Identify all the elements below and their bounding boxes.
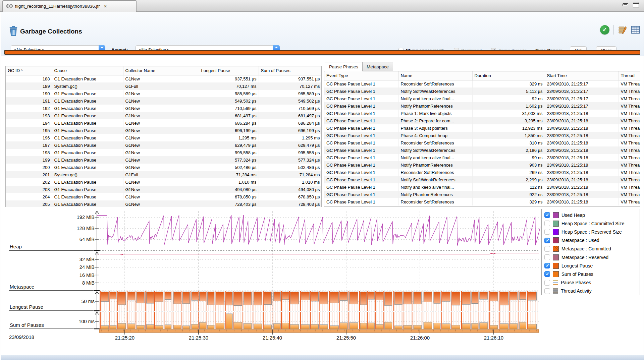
table-row[interactable]: GC Phase Pause Level 1Reconsider SoftRef…	[324, 80, 640, 87]
maximize-button[interactable]	[633, 2, 639, 7]
table-row[interactable]: 195G1 Evacuation PauseG1New696,199 µs696…	[6, 127, 322, 134]
table-row[interactable]: 197G1 Evacuation PauseG1New629,479 µs629…	[6, 141, 322, 149]
table-row[interactable]: GC Phase Pause Level 1Phase 2: Prepare f…	[324, 117, 640, 124]
result-ok-icon[interactable]	[600, 25, 609, 35]
tab-metaspace[interactable]: Metaspace	[363, 62, 393, 71]
table-row[interactable]: 189System.gc()G1Full70,127 ms70,127 ms	[6, 82, 322, 90]
column-header[interactable]: Event Type	[324, 71, 398, 80]
cell: 329 ns	[472, 80, 545, 87]
minimize-button[interactable]	[623, 3, 628, 6]
table-row[interactable]: 202G1 Evacuation PauseG1New1,010 ms1,010…	[6, 178, 322, 186]
table-row[interactable]: GC Phase Pause Level 1Notify PhantomRefe…	[324, 191, 640, 198]
unchecked-checkbox[interactable]	[544, 288, 550, 294]
unchecked-checkbox[interactable]	[544, 229, 550, 235]
legend-item[interactable]: Longest Pause	[544, 261, 640, 270]
table-row[interactable]: GC Phase Pause Level 1Phase 1: Mark live…	[324, 110, 640, 117]
table-row[interactable]: GC Phase Pause Level 1Notify Soft/WeakRe…	[324, 176, 640, 183]
tab-close-icon[interactable]: ✕	[104, 4, 107, 9]
cell: 728,403 µs	[259, 200, 322, 207]
table-row[interactable]: GC Phase Pause Level 1Notify and keep al…	[324, 154, 640, 161]
recording-tab[interactable]: flight_recording_11Harnessjython38836.jf…	[2, 0, 137, 12]
table-row[interactable]: GC Phase Pause Level 1Notify and keep al…	[324, 95, 640, 102]
sum-of-pauses-bar	[500, 323, 508, 329]
table-row[interactable]: 191G1 Evacuation PauseG1New549,502 µs549…	[6, 97, 322, 105]
table-row[interactable]: 199G1 Evacuation PauseG1New577,324 µs577…	[6, 156, 322, 164]
table-row[interactable]: GC Phase Pause Level 1Reconsider SoftRef…	[324, 169, 640, 176]
table-row[interactable]: 204G1 Evacuation PauseG1New678,850 µs678…	[6, 193, 322, 200]
cell: 696,199 µs	[259, 127, 322, 134]
table-row[interactable]: 200G1 Evacuation PauseG1New502,486 µs502…	[6, 164, 322, 171]
table-row[interactable]: GC Phase Pause Level 1Phase 3: Adjust po…	[324, 124, 640, 132]
legend-item[interactable]: Sum of Pauses	[544, 270, 640, 278]
unchecked-checkbox[interactable]	[544, 246, 550, 252]
table-row[interactable]: 190G1 Evacuation PauseG1New985,589 µs985…	[6, 90, 322, 97]
checked-checkbox[interactable]	[544, 263, 550, 268]
longest-pause-bar	[128, 292, 135, 300]
longest-pause-bar	[434, 292, 440, 304]
column-header[interactable]: Duration	[472, 71, 545, 80]
phases-table-header[interactable]: Event TypeNameDurationStart TimeThread	[324, 71, 640, 80]
table-row[interactable]: 201System.gc()G1Full71,284 ms71,284 ms	[6, 171, 322, 178]
unchecked-checkbox[interactable]	[544, 254, 550, 260]
column-header[interactable]: Cause	[52, 66, 123, 75]
legend-item[interactable]: Heap Space : Reserved Size	[544, 228, 640, 236]
table-row[interactable]: 193G1 Evacuation PauseG1New681,497 µs681…	[6, 112, 322, 119]
legend-item[interactable]: Metaspace : Used	[544, 236, 640, 245]
phases-table[interactable]: Event TypeNameDurationStart TimeThread G…	[324, 71, 640, 205]
gc-table[interactable]: GC ID^CauseCollector NameLongest PauseSu…	[6, 66, 322, 207]
sum-of-pauses-bar	[490, 325, 498, 329]
cell: 23/09/2018, 21:25:18	[545, 169, 619, 176]
table-row[interactable]: GC Phase Pause Level 1Notify and keep al…	[324, 183, 640, 191]
tab-pause-phases[interactable]: Pause Phases	[325, 62, 363, 71]
unchecked-checkbox[interactable]	[544, 280, 550, 286]
checked-checkbox[interactable]	[544, 212, 550, 218]
legend-item[interactable]: Pause Phases	[544, 279, 640, 287]
table-row[interactable]: 196G1 Evacuation PauseG1New1,295 ms1,295…	[6, 134, 322, 141]
sum-of-pauses-bar	[264, 325, 272, 329]
sum-of-pauses-bar	[216, 323, 224, 329]
cell: 189	[6, 82, 52, 90]
time-range-indicator-bar[interactable]	[4, 50, 640, 55]
table-row[interactable]: GC Phase Pause Level 1Notify Soft/WeakRe…	[324, 146, 640, 154]
table-row[interactable]: 198G1 Evacuation PauseG1New995,558 µs995…	[6, 149, 322, 156]
table-row[interactable]: GC Phase Pause Level 1Notify Soft/WeakRe…	[324, 87, 640, 95]
cell: 1,850 ms	[472, 132, 545, 139]
longest-pause-bar	[320, 292, 328, 304]
column-header[interactable]: GC ID^	[6, 66, 52, 75]
column-header[interactable]: Longest Pause	[199, 66, 259, 75]
cell: VM Thread	[619, 117, 640, 124]
unchecked-checkbox[interactable]	[544, 221, 550, 226]
column-header[interactable]: Sum of Pauses	[259, 66, 322, 75]
gc-table-header[interactable]: GC ID^CauseCollector NameLongest PauseSu…	[6, 66, 322, 75]
table-settings-icon[interactable]	[631, 26, 640, 34]
legend-item[interactable]: Thread Activity	[544, 287, 640, 295]
svg-text:Heap: Heap	[10, 244, 22, 249]
table-row[interactable]: 188G1 Evacuation PauseG1New937,551 µs937…	[6, 75, 322, 82]
legend-label: Metaspace : Committed	[561, 246, 611, 251]
sum-of-pauses-bar	[165, 325, 171, 329]
table-row[interactable]: GC Phase Pause Level 1Reconsider SoftRef…	[324, 198, 640, 205]
legend-item[interactable]: Used Heap	[544, 211, 640, 219]
column-header[interactable]: Collector Name	[123, 66, 199, 75]
table-row[interactable]: 205G1 Evacuation PauseG1New728,403 µs728…	[6, 200, 322, 207]
legend-item[interactable]: Metaspace : Committed	[544, 245, 640, 253]
table-row[interactable]: GC Phase Pause Level 1Phase 4: Compact h…	[324, 132, 640, 139]
table-row[interactable]: 192G1 Evacuation PauseG1New710,569 µs710…	[6, 105, 322, 112]
table-row[interactable]: 203G1 Evacuation PauseG1New494,080 µs494…	[6, 186, 322, 193]
table-row[interactable]: GC Phase Pause Level 1Notify PhantomRefe…	[324, 161, 640, 169]
cell: G1New	[123, 141, 199, 149]
checked-checkbox[interactable]	[544, 238, 550, 243]
table-row[interactable]: GC Phase Pause Level 1Reconsider SoftRef…	[324, 139, 640, 146]
legend-item[interactable]: Metaspace : Reserved	[544, 253, 640, 261]
column-header[interactable]: Name	[398, 71, 472, 80]
table-row[interactable]: 194G1 Evacuation PauseG1New686,284 µs686…	[6, 119, 322, 127]
legend-item[interactable]: Heap Space : Committed Size	[544, 219, 640, 228]
edit-rules-icon[interactable]	[618, 25, 627, 35]
column-header[interactable]: Thread	[619, 71, 640, 80]
table-row[interactable]: GC Phase Pause Level 1Notify PhantomRefe…	[324, 102, 640, 110]
gc-timeline-chart[interactable]: 192 MiB128 MiB64 MiB32 MiB24 MiB16 MiB8 …	[0, 206, 540, 347]
cell: 70,127 ms	[259, 82, 322, 90]
checked-checkbox[interactable]	[544, 271, 550, 277]
longest-pause-bar	[174, 292, 181, 304]
column-header[interactable]: Start Time	[545, 71, 619, 80]
